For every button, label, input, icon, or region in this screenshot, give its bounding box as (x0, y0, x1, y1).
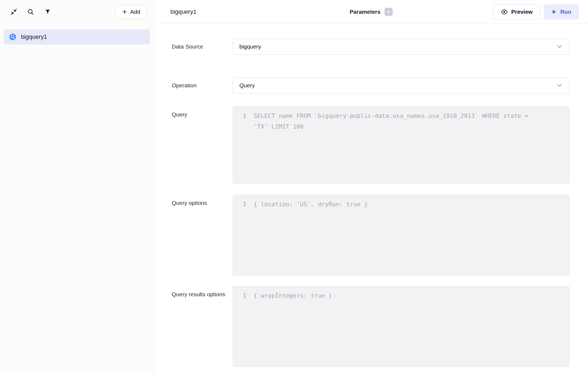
run-button[interactable]: Run (544, 4, 579, 19)
add-parameter-button[interactable] (384, 8, 393, 16)
chevron-down-icon (556, 43, 563, 50)
operation-row: Operation Query (172, 77, 588, 94)
query-results-options-row: Query results options 1 { wrapIntegers: … (172, 286, 588, 367)
chevron-down-icon (556, 82, 563, 89)
line-number: 1 (233, 111, 246, 121)
collapse-panel-icon[interactable] (10, 8, 18, 16)
preview-button[interactable]: Preview (493, 4, 540, 19)
operation-value: Query (239, 82, 255, 89)
data-source-label: Data Source (172, 43, 226, 51)
line-number: 1 (233, 199, 246, 210)
query-options-label: Query options (172, 195, 226, 275)
add-button-label: Add (130, 9, 140, 15)
operation-label: Operation (172, 81, 226, 89)
app-root: Add bigquery1 bigquery1 Parameters (0, 0, 588, 372)
data-source-select[interactable]: bigquery (233, 39, 569, 55)
line-number: 1 (233, 290, 246, 301)
sidebar-item-bigquery1[interactable]: bigquery1 (4, 29, 150, 44)
query-editor-main: bigquery1 Parameters (154, 0, 588, 372)
query-form: Data Source bigquery Operation (154, 24, 588, 367)
operation-select[interactable]: Query (233, 77, 569, 94)
parameters-section: Parameters (350, 8, 393, 16)
query-options-placeholder-text: { location: 'US', dryRun: true } (254, 199, 368, 210)
plus-icon (122, 9, 127, 15)
play-icon (551, 9, 557, 15)
query-results-options-label: Query results options (172, 286, 226, 367)
query-options-row: Query options 1 { location: 'US', dryRun… (172, 195, 588, 275)
query-results-options-placeholder-text: { wrapIntegers: true } (254, 290, 332, 301)
page-title: bigquery1 (170, 8, 197, 15)
query-header: bigquery1 Parameters (154, 0, 588, 24)
query-results-options-code-editor[interactable]: 1 { wrapIntegers: true } (233, 286, 569, 367)
data-source-row: Data Source bigquery (172, 39, 588, 55)
query-label: Query (172, 106, 226, 184)
eye-icon (501, 8, 508, 15)
header-actions: Preview Run (493, 4, 579, 19)
sidebar-toolbar: Add (0, 0, 154, 24)
add-query-button[interactable]: Add (115, 5, 147, 19)
sidebar-item-label: bigquery1 (21, 33, 47, 40)
preview-button-label: Preview (511, 9, 533, 15)
parameters-label: Parameters (350, 9, 380, 15)
run-button-label: Run (560, 9, 571, 15)
search-icon[interactable] (27, 8, 35, 16)
query-options-code-editor[interactable]: 1 { location: 'US', dryRun: true } (233, 195, 569, 275)
query-sidebar: Add bigquery1 (0, 0, 154, 372)
data-source-value: bigquery (239, 43, 261, 50)
bigquery-icon (9, 33, 17, 41)
filter-icon[interactable] (44, 8, 52, 16)
query-row: Query 1 SELECT name FROM `bigquery-publi… (172, 106, 588, 184)
query-placeholder-text: SELECT name FROM `bigquery-public-data.u… (254, 111, 539, 132)
query-code-editor[interactable]: 1 SELECT name FROM `bigquery-public-data… (233, 106, 569, 184)
